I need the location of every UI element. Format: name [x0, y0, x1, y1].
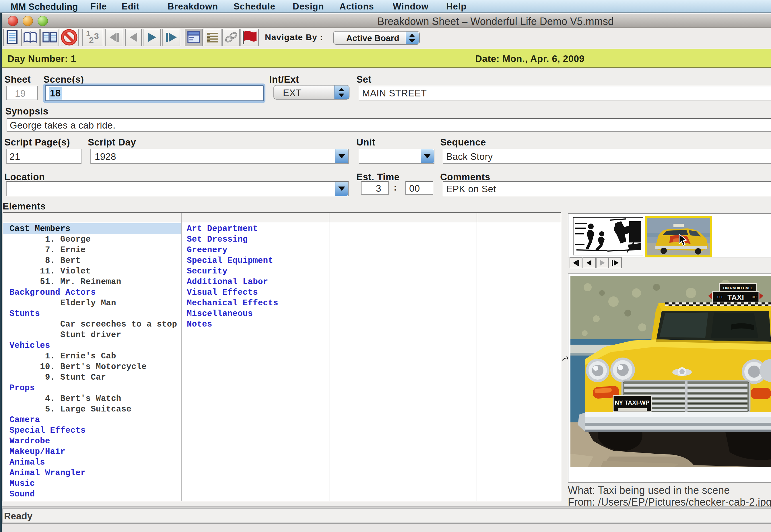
svg-text:2: 2: [89, 35, 94, 45]
svg-text:OFF: OFF: [717, 296, 723, 299]
svg-text:3: 3: [94, 31, 99, 41]
svg-text:NY TAXI-WP: NY TAXI-WP: [615, 399, 650, 406]
svg-text:ON RADIO CALL: ON RADIO CALL: [723, 286, 753, 290]
svg-text:OFF: OFF: [752, 296, 758, 299]
svg-text:TAXI: TAXI: [727, 293, 744, 302]
